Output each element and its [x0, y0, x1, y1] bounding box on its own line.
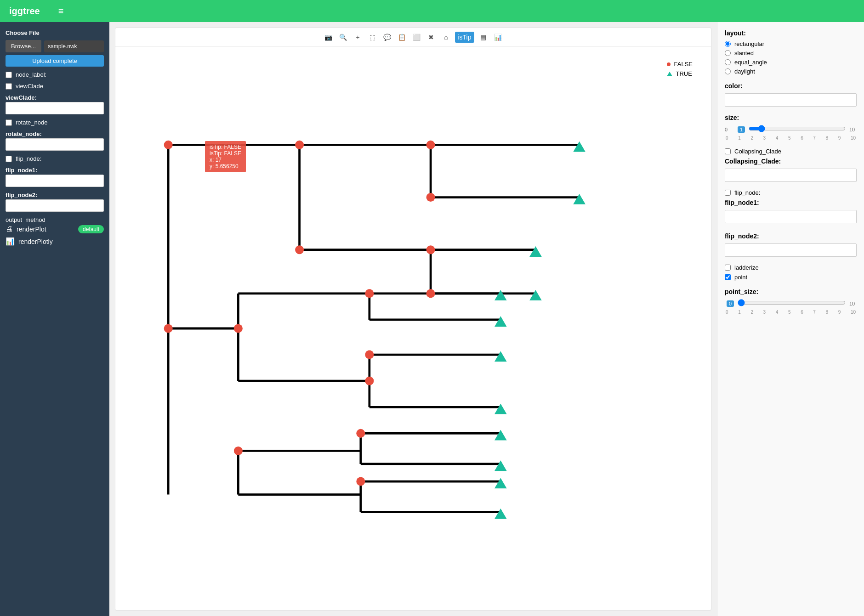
tree-panel: 📷 🔍 + ⬚ 💬 📋 ⬜ ✖ ⌂ isTip ▤ 📊 FA [115, 28, 711, 610]
flip-node2-input[interactable]: 21 [6, 199, 104, 212]
svg-point-56 [356, 477, 365, 486]
table-icon[interactable]: ▤ [478, 32, 489, 43]
collapsing-clade-cb-row: Collapsing_Clade [725, 148, 857, 155]
size-slider-wrapper [749, 125, 846, 134]
copy-icon[interactable]: 📋 [396, 32, 407, 43]
flip-node-cb-right-row: flip_node: [725, 189, 857, 196]
layout-slanted: slanted [725, 50, 857, 57]
close-icon[interactable]: ✖ [426, 32, 437, 43]
flip-node1-input[interactable]: 17 [6, 175, 104, 187]
flip-node-right-checkbox[interactable] [725, 190, 731, 196]
flip-node1-label: flip_node1: [6, 167, 104, 174]
color-input[interactable]: black [725, 93, 857, 107]
point-size-slider-wrapper [738, 299, 846, 308]
view-clade-label: viewClade [16, 83, 43, 90]
point-checkbox[interactable] [725, 274, 731, 280]
menu-icon[interactable]: ≡ [58, 6, 64, 17]
layout-rectangular-radio[interactable] [725, 41, 731, 47]
comment-icon[interactable]: 💬 [381, 32, 392, 43]
tooltip-line1: isTip: FALSE [210, 144, 241, 150]
view-clade-value-label: viewClade: [6, 94, 104, 101]
chart-icon[interactable]: 📊 [493, 32, 504, 43]
node-label-checkbox[interactable] [6, 72, 12, 78]
zoom-icon[interactable]: 🔍 [337, 32, 348, 43]
istip-button[interactable]: isTip [455, 32, 474, 43]
tree-svg [125, 56, 702, 601]
size-slider-container: 0 1 10 0 1 2 3 4 5 6 7 8 9 [725, 125, 857, 141]
svg-marker-41 [495, 509, 507, 519]
right-panel: layout: rectangular slanted equal_angle … [717, 22, 864, 616]
app-title: iggtree [9, 6, 40, 17]
svg-marker-40 [495, 478, 507, 488]
render-plotly-label[interactable]: renderPlotly [18, 238, 53, 245]
size-title: size: [725, 114, 857, 121]
flip-node2-right-input[interactable]: 21 [725, 243, 857, 257]
output-method-label: output_method [6, 216, 104, 223]
svg-marker-9 [573, 141, 585, 152]
rotate-node-label: rotate_node [16, 119, 47, 126]
layout-slanted-radio[interactable] [725, 50, 731, 56]
tooltip-line3: x: 17 [210, 157, 241, 163]
size-max: 10 [849, 127, 857, 132]
legend-false-label: FALSE [674, 61, 693, 68]
ladderize-cb-row: ladderize [725, 264, 857, 271]
legend: FALSE TRUE [667, 61, 693, 77]
layout-equal-angle-radio[interactable] [725, 59, 731, 65]
layout-rectangular: rectangular [725, 40, 857, 47]
default-badge: default [78, 225, 104, 233]
layout-equal-angle: equal_angle [725, 59, 857, 66]
flip-node-checkbox[interactable] [6, 156, 12, 162]
ladderize-section: ladderize point [725, 264, 857, 281]
rotate-node-checkbox[interactable] [6, 119, 12, 126]
svg-point-55 [356, 429, 365, 438]
render-plot-icon: 🖨 [6, 225, 13, 233]
color-section: color: black [725, 82, 857, 107]
view-clade-checkbox[interactable] [6, 83, 12, 90]
view-clade-input[interactable]: all [6, 102, 104, 114]
collapsing-clade-input[interactable]: none [725, 169, 857, 182]
layout-rectangular-label: rectangular [734, 40, 764, 47]
flip-node1-section: flip_node1: 17 [6, 167, 104, 187]
node-label-text: node_label: [16, 71, 46, 78]
flip-node-cb-label: flip_node: [16, 155, 41, 162]
point-size-slider[interactable] [738, 299, 846, 306]
render-plot-label[interactable]: renderPlot [17, 226, 46, 233]
point-size-value-bubble: 0 [727, 300, 734, 307]
legend-true-label: TRUE [676, 70, 692, 77]
app-header: iggtree ≡ [0, 0, 864, 22]
svg-point-47 [426, 141, 435, 149]
size-value-bubble: 1 [738, 126, 745, 133]
svg-marker-23 [495, 316, 507, 327]
view-clade-row: viewClade [6, 83, 104, 90]
flip-node1-right-input[interactable]: 17 [725, 210, 857, 223]
plus-icon[interactable]: + [352, 32, 363, 43]
output-method-section: output_method 🖨 renderPlot default 📊 ren… [6, 216, 104, 248]
legend-false: FALSE [667, 61, 693, 68]
point-size-slider-row: 0 10 [725, 299, 857, 308]
home-icon[interactable]: ⌂ [440, 32, 451, 43]
svg-point-50 [426, 289, 435, 298]
ladderize-checkbox[interactable] [725, 265, 731, 271]
layout-section: layout: rectangular slanted equal_angle … [725, 29, 857, 75]
square-icon[interactable]: ⬜ [411, 32, 422, 43]
point-size-title: point_size: [725, 288, 857, 295]
layout-daylight-radio[interactable] [725, 68, 731, 74]
rotate-node-input[interactable]: none [6, 138, 104, 151]
svg-point-45 [295, 141, 304, 149]
flip-node2-right-title: flip_node2: [725, 232, 857, 240]
browse-button[interactable]: Browse... [6, 40, 41, 52]
svg-point-53 [365, 350, 374, 359]
file-name-display: sample.nwk [44, 40, 104, 52]
point-cb-row: point [725, 274, 857, 281]
layout-equal-angle-label: equal_angle [734, 59, 767, 66]
tree-content: FALSE TRUE [115, 47, 711, 610]
legend-false-dot [667, 62, 671, 66]
size-ticks: 0 1 2 3 4 5 6 7 8 9 10 [725, 136, 857, 141]
size-slider[interactable] [749, 125, 846, 132]
select-icon[interactable]: ⬚ [367, 32, 378, 43]
collapsing-clade-checkbox[interactable] [725, 148, 731, 154]
camera-icon[interactable]: 📷 [323, 32, 334, 43]
file-row: Browse... sample.nwk [6, 40, 104, 52]
legend-true: TRUE [667, 70, 693, 77]
svg-marker-10 [573, 194, 585, 204]
